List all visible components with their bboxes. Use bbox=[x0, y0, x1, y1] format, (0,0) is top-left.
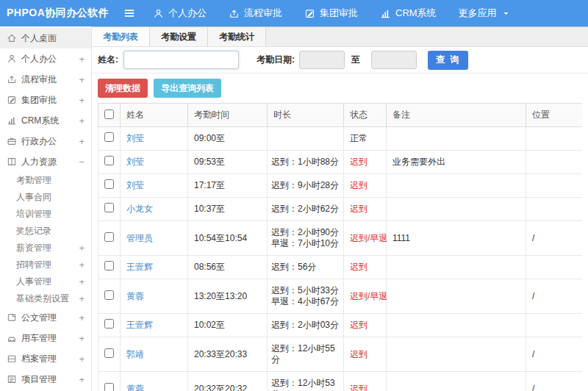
sidebar-item-label: 用车管理 bbox=[21, 332, 79, 345]
sidebar-subitem-salary-management[interactable]: 薪资管理+ bbox=[0, 240, 91, 257]
sidebar-item-document-management[interactable]: 公文管理+ bbox=[0, 307, 91, 328]
employee-name-link[interactable]: 郭靖 bbox=[126, 349, 144, 359]
employee-name-link[interactable]: 小龙女 bbox=[126, 204, 153, 214]
sidebar-item-workflow-approval[interactable]: 流程审批+ bbox=[0, 69, 91, 90]
sidebar-subitem-label: 薪资管理 bbox=[16, 242, 79, 254]
note-cell bbox=[387, 174, 526, 198]
sidebar-item-archive-management[interactable]: 档案管理+ bbox=[0, 348, 91, 369]
export-list-button[interactable]: 导出查询列表 bbox=[154, 79, 221, 98]
sidebar-item-project-management[interactable]: 项目管理+ bbox=[0, 369, 91, 390]
filter-bar: 姓名: 考勤日期: 至 查 询 bbox=[92, 47, 588, 73]
expand-plus-icon: + bbox=[79, 259, 85, 270]
sidebar-item-vehicle-management[interactable]: 用车管理+ bbox=[0, 328, 91, 348]
sidebar-item-human-resources[interactable]: 人力资源− bbox=[0, 151, 91, 172]
date-from-input[interactable] bbox=[299, 51, 345, 69]
employee-name-link[interactable]: 黄蓉 bbox=[126, 291, 144, 301]
sidebar-subitem-basic-category-settings[interactable]: 基础类别设置+ bbox=[0, 290, 91, 307]
status-text: 迟到 bbox=[350, 262, 368, 272]
select-all-checkbox[interactable] bbox=[104, 110, 114, 119]
nav-item-more-apps[interactable]: 更多应用 bbox=[459, 7, 511, 20]
duration-line: 迟到：2小时90分 bbox=[271, 227, 340, 238]
sidebar-item-personal-office[interactable]: 个人办公+ bbox=[0, 49, 91, 69]
location-cell: / bbox=[526, 221, 583, 256]
sidebar-subitem-training-management[interactable]: 培训管理 bbox=[0, 206, 91, 223]
duration-line: 迟到：5小时33分 bbox=[271, 285, 340, 296]
date-to-label: 至 bbox=[351, 54, 360, 66]
main-content: 考勤列表考勤设置考勤统计 姓名: 考勤日期: 至 查 询 清理数据 导出查询列表 bbox=[92, 26, 588, 391]
sidebar-subitem-attendance-management[interactable]: 考勤管理 bbox=[0, 172, 91, 189]
name-cell: 王壹辉 bbox=[121, 256, 188, 279]
nav-item-label: 个人办公 bbox=[168, 7, 207, 20]
duration-line: 迟到：2小时62分 bbox=[271, 204, 340, 215]
sidebar-subitem-personnel-contract[interactable]: 人事合同 bbox=[0, 189, 91, 206]
duration-line: 迟到：12小时55分 bbox=[271, 343, 340, 365]
employee-name-link[interactable]: 王壹辉 bbox=[126, 262, 153, 272]
date-to-input[interactable] bbox=[371, 51, 417, 69]
employee-name-link[interactable]: 管理员 bbox=[126, 233, 153, 243]
note-cell bbox=[387, 337, 526, 372]
app-window: PHPOA协同办公软件 个人办公流程审批集团审批CRM系统更多应用 个人桌面个人… bbox=[0, 0, 588, 391]
table-row: 小龙女10:37至迟到：2小时62分迟到 bbox=[98, 198, 583, 221]
status-cell: 迟到 bbox=[344, 372, 387, 391]
row-checkbox-cell bbox=[98, 256, 121, 279]
expand-plus-icon: + bbox=[79, 333, 85, 344]
sidebar-subitem-reward-punishment-records[interactable]: 奖惩记录 bbox=[0, 223, 91, 240]
nav-item-label: 更多应用 bbox=[459, 7, 497, 20]
tab-attendance-list[interactable]: 考勤列表 bbox=[92, 27, 150, 46]
tab-attendance-settings[interactable]: 考勤设置 bbox=[150, 27, 208, 46]
row-checkbox[interactable] bbox=[104, 319, 114, 329]
sidebar-subitem-recruitment-management[interactable]: 招聘管理+ bbox=[0, 257, 91, 273]
employee-name-link[interactable]: 王壹辉 bbox=[126, 320, 153, 330]
nav-item-group-approval[interactable]: 集团审批 bbox=[304, 7, 358, 20]
row-checkbox-cell bbox=[98, 127, 121, 151]
status-cell: 迟到 bbox=[344, 151, 387, 174]
nav-item-personal-office[interactable]: 个人办公 bbox=[153, 7, 207, 20]
date-filter-label: 考勤日期: bbox=[257, 54, 295, 66]
note-cell bbox=[387, 198, 526, 221]
nav-item-crm-system[interactable]: CRM系统 bbox=[380, 7, 437, 20]
employee-name-link[interactable]: 刘莹 bbox=[126, 133, 144, 143]
row-checkbox[interactable] bbox=[104, 348, 114, 358]
status-text: 迟到 bbox=[350, 384, 368, 391]
sidebar-subitem-label: 人事管理 bbox=[16, 276, 79, 288]
clean-data-button[interactable]: 清理数据 bbox=[98, 79, 148, 98]
employee-name-link[interactable]: 刘莹 bbox=[126, 157, 144, 167]
sidebar-item-admin-office[interactable]: 行政办公+ bbox=[0, 131, 91, 151]
search-button[interactable]: 查 询 bbox=[428, 51, 468, 70]
row-checkbox[interactable] bbox=[104, 179, 114, 189]
row-checkbox[interactable] bbox=[104, 383, 114, 391]
row-checkbox[interactable] bbox=[104, 261, 114, 270]
sidebar-subitem-personnel-management[interactable]: 人事管理+ bbox=[0, 273, 91, 290]
location-cell: / bbox=[526, 337, 583, 372]
tab-attendance-statistics[interactable]: 考勤统计 bbox=[208, 27, 266, 46]
expand-plus-icon: + bbox=[79, 243, 85, 254]
duration-line: 迟到：1小时88分 bbox=[271, 157, 340, 168]
row-checkbox[interactable] bbox=[104, 232, 114, 242]
duration-line: 迟到：56分 bbox=[271, 262, 340, 273]
sidebar-subitem-label: 培训管理 bbox=[16, 208, 85, 220]
sidebar-subitem-label: 考勤管理 bbox=[16, 174, 85, 187]
duration-cell: 迟到：2小时03分 bbox=[268, 314, 344, 337]
sidebar-item-group-approval[interactable]: 集团审批+ bbox=[0, 90, 91, 110]
nav-item-workflow-approval[interactable]: 流程审批 bbox=[229, 7, 282, 20]
employee-name-link[interactable]: 黄蓉 bbox=[126, 384, 144, 391]
sidebar-item-personal-desktop[interactable]: 个人桌面 bbox=[0, 28, 91, 49]
location-cell bbox=[526, 174, 583, 198]
row-checkbox-cell bbox=[98, 174, 121, 198]
row-checkbox[interactable] bbox=[104, 290, 114, 300]
sidebar-subitem-label: 基础类别设置 bbox=[16, 293, 79, 305]
menu-toggle[interactable] bbox=[123, 7, 135, 19]
row-checkbox[interactable] bbox=[104, 156, 114, 165]
time-cell: 09:53至 bbox=[188, 151, 268, 174]
sidebar-item-crm-system[interactable]: CRM系统+ bbox=[0, 110, 91, 131]
row-checkbox[interactable] bbox=[104, 132, 114, 142]
employee-name-link[interactable]: 刘莹 bbox=[126, 180, 144, 190]
status-text: 迟到/早退 bbox=[350, 233, 387, 243]
edit-icon bbox=[7, 95, 17, 105]
name-filter-input[interactable] bbox=[123, 51, 239, 69]
briefcase-icon bbox=[7, 136, 17, 146]
expand-plus-icon: + bbox=[79, 354, 85, 365]
row-checkbox[interactable] bbox=[104, 203, 114, 212]
app-logo[interactable]: PHPOA协同办公软件 bbox=[0, 7, 110, 20]
row-checkbox-cell bbox=[98, 151, 121, 174]
